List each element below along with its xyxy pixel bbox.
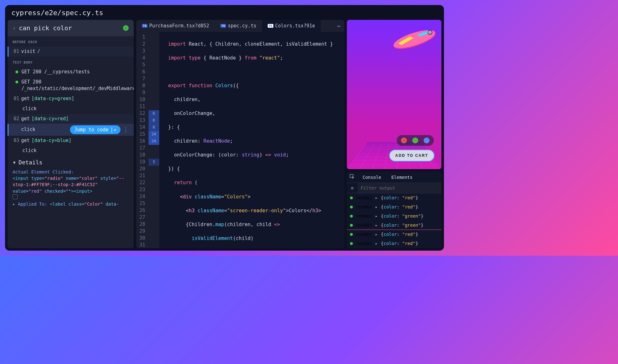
log-label: render — [356, 213, 372, 219]
cmd-verb: get — [21, 116, 30, 122]
detail-attr: data- — [106, 202, 119, 207]
cmd-verb: get — [21, 137, 30, 144]
console-row[interactable]: render▸{color: "red"} — [347, 230, 441, 239]
cmd-get-1[interactable]: 01 get [data-cy=green] — [8, 94, 134, 104]
log-value: "red" — [402, 204, 415, 209]
cmd-index: 03 — [14, 137, 21, 144]
log-value: "green" — [402, 213, 421, 219]
detail-str: "" — [66, 189, 71, 194]
devtools-tab-elements[interactable]: Elements — [386, 172, 417, 183]
detail-attr: style= — [100, 176, 116, 181]
cmd-arg: [data-cy=green] — [32, 95, 74, 102]
detail-str: "Color" — [85, 202, 103, 207]
cmd-index: 01 — [14, 48, 21, 55]
cmd-index: 01 — [14, 95, 21, 102]
tab-label: PurchaseForm.tsx?d052 — [149, 23, 209, 29]
hoverboard-graphic — [391, 28, 438, 50]
tab-label: spec.cy.ts — [228, 23, 256, 29]
cmd-verb: visit — [21, 48, 35, 55]
status-dot-icon — [15, 81, 18, 83]
expand-icon: ▸ — [375, 213, 378, 219]
code-body[interactable]: import React, { Children, cloneElement, … — [159, 32, 344, 248]
coverage-count: 8 — [149, 117, 159, 124]
cmd-get-3[interactable]: 03 get [data-cy=blue] — [8, 136, 134, 146]
editor-tab[interactable]: TS PurchaseForm.tsx?d052 — [136, 20, 215, 32]
detail-attr: name= — [66, 176, 79, 181]
swatch-green[interactable] — [412, 138, 418, 143]
log-value: "red" — [402, 195, 415, 200]
cmd-visit[interactable]: 01 visit / — [8, 47, 134, 57]
section-test-body: TEST BODY — [8, 57, 134, 67]
test-header[interactable]: ‹ can pick color ✓ — [8, 20, 134, 36]
log-value: "green" — [402, 223, 421, 228]
swatch-blue[interactable] — [424, 138, 429, 143]
devtools-tabs: Console Elements — [347, 172, 441, 183]
cmd-click[interactable]: click — [8, 146, 134, 156]
detail-attr: type= — [31, 176, 44, 181]
console-row[interactable]: render▸{color: "red"} — [347, 202, 441, 212]
devtools-tab-console[interactable]: Console — [358, 172, 386, 183]
add-to-cart-button[interactable]: ADD TO CART — [389, 150, 434, 162]
cmd-click[interactable]: click — [8, 104, 134, 114]
test-title: can pick color — [19, 24, 123, 32]
expand-icon: ▸ — [375, 204, 378, 209]
console-row[interactable]: render▸{color: "green"} — [347, 221, 441, 230]
log-label: render — [356, 232, 372, 237]
status-dot-icon — [350, 242, 353, 245]
detail-tag: <label — [50, 202, 66, 207]
xhr-text: GET 200 /__cypress/tests — [21, 69, 90, 76]
code-scroll[interactable]: 1234567891011121314151617181920212223242… — [136, 32, 344, 248]
status-dot-icon — [350, 215, 353, 218]
chevron-down-icon: ▾ — [13, 159, 16, 166]
expand-icon: ▸ — [375, 241, 378, 246]
coverage-count: 8 — [149, 110, 159, 117]
line-gutter: 1234567891011121314151617181920212223242… — [136, 32, 149, 248]
hamburger-icon[interactable]: ≡ — [347, 185, 358, 191]
cmd-verb: click — [21, 126, 35, 133]
expand-icon: ▸ — [375, 232, 378, 237]
log-value: "red" — [402, 232, 415, 237]
console-row[interactable]: render▸{color: "green"} — [347, 212, 441, 221]
workspace: ‹ can pick color ✓ BEFORE EACH 01 visit … — [5, 20, 444, 251]
chevron-left-icon: ‹ — [13, 25, 16, 31]
section-before-each: BEFORE EACH — [8, 36, 134, 47]
swatch-red[interactable] — [401, 138, 407, 143]
coverage-count: 24 — [149, 138, 159, 145]
ts-file-icon: TS — [220, 24, 226, 28]
cmd-get-2[interactable]: 02 get [data-cy=red] — [8, 114, 134, 124]
details-title: Details — [19, 159, 43, 166]
cmd-arg: [data-cy=red] — [32, 116, 68, 122]
status-dot-icon — [350, 224, 353, 227]
coverage-count: 3 — [149, 159, 159, 166]
console-filter-input[interactable] — [358, 183, 441, 193]
editor-tab-active[interactable]: TS Colors.tsx?91e — [262, 20, 321, 32]
app-preview[interactable]: ADD TO CART — [347, 20, 441, 169]
jump-to-code-button[interactable]: Jump to code |◂ — [70, 125, 120, 134]
command-log: ‹ can pick color ✓ BEFORE EACH 01 visit … — [8, 20, 134, 248]
more-vertical-icon[interactable]: ⋮ — [123, 126, 129, 134]
log-label: render — [356, 195, 372, 200]
cmd-arg: [data-cy=blue] — [32, 137, 71, 144]
details-header[interactable]: ▾ Details — [8, 156, 134, 169]
log-label: render — [356, 204, 372, 209]
element-selector-icon[interactable] — [347, 174, 358, 180]
console-row[interactable]: render▸{color: "red"} — [347, 239, 441, 248]
detail-tag: ><input> — [71, 189, 92, 194]
console-row[interactable]: render▸{color: "red"} — [347, 193, 441, 202]
status-dot-icon — [15, 71, 18, 73]
detail-str: "red" — [29, 189, 42, 194]
color-swatches — [397, 135, 434, 146]
detail-str: "color" — [79, 176, 98, 181]
ts-file-icon: TS — [142, 24, 148, 28]
cmd-xhr-2[interactable]: GET 200 /_next/static/development/_devMi… — [8, 77, 134, 94]
editor-tab[interactable]: TS spec.cy.ts — [215, 20, 262, 32]
cmd-verb: get — [21, 95, 30, 102]
more-horizontal-icon[interactable]: ⋯ — [337, 23, 344, 29]
cmd-click-active[interactable]: click Jump to code |◂ ⋮ — [8, 124, 134, 136]
detail-str: "radio" — [44, 176, 63, 181]
console-rows: render▸{color: "red"} render▸{color: "re… — [347, 193, 441, 248]
xhr-text: GET 200 /_next/static/development/_devMi… — [21, 79, 134, 93]
title-bar: cypress/e2e/spec.cy.ts — [5, 5, 444, 20]
cmd-xhr-1[interactable]: GET 200 /__cypress/tests — [8, 67, 134, 77]
log-value: "red" — [402, 241, 415, 246]
